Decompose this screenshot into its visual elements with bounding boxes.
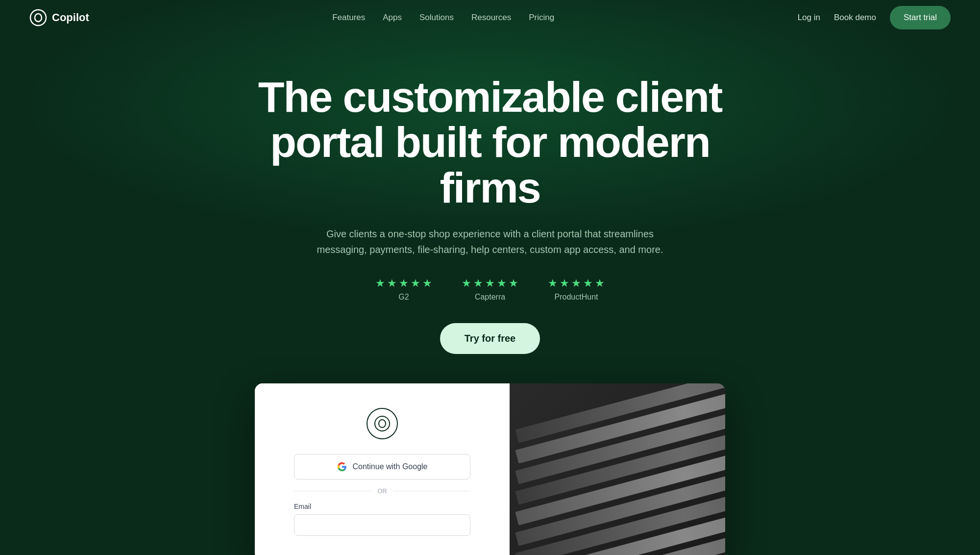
star-1: ★	[462, 277, 471, 290]
star-3: ★	[571, 277, 581, 290]
google-icon	[337, 462, 347, 472]
star-3: ★	[485, 277, 495, 290]
hero-section: The customizable client portal built for…	[147, 35, 833, 555]
nav-pricing[interactable]: Pricing	[529, 13, 554, 22]
star-4: ★	[497, 277, 507, 290]
card-logo-icon	[373, 415, 391, 432]
logo-link[interactable]: Copilot	[29, 9, 89, 26]
star-1: ★	[548, 277, 558, 290]
star-5: ★	[595, 277, 605, 290]
rating-capterra: ★ ★ ★ ★ ★ Capterra	[462, 277, 518, 302]
try-free-button[interactable]: Try for free	[440, 323, 540, 354]
star-5: ★	[422, 277, 432, 290]
nav-right: Log in Book demo Start trial	[798, 6, 951, 29]
nav-features[interactable]: Features	[332, 13, 365, 22]
signup-form: Continue with Google OR Email	[255, 383, 510, 555]
star-4: ★	[411, 277, 420, 290]
nav-apps[interactable]: Apps	[383, 13, 402, 22]
rating-g2: ★ ★ ★ ★ ★ G2	[375, 277, 432, 302]
nav-solutions[interactable]: Solutions	[419, 13, 454, 22]
signup-card: Continue with Google OR Email	[255, 383, 725, 555]
card-image	[510, 383, 725, 555]
start-trial-button[interactable]: Start trial	[890, 6, 951, 29]
pencils-visual	[510, 383, 725, 555]
ratings-row: ★ ★ ★ ★ ★ G2 ★ ★ ★ ★ ★ Capterra ★ ★ ★	[167, 277, 813, 302]
svg-point-0	[30, 10, 46, 25]
svg-point-1	[375, 416, 390, 431]
producthunt-label: ProductHunt	[555, 293, 598, 302]
rating-producthunt: ★ ★ ★ ★ ★ ProductHunt	[548, 277, 605, 302]
book-demo-link[interactable]: Book demo	[834, 13, 876, 23]
google-btn-label: Continue with Google	[353, 462, 428, 471]
capterra-label: Capterra	[475, 293, 505, 302]
star-2: ★	[387, 277, 397, 290]
star-4: ★	[583, 277, 593, 290]
google-signin-button[interactable]: Continue with Google	[294, 454, 470, 479]
hero-subtitle: Give clients a one-stop shop experience …	[304, 226, 676, 257]
star-5: ★	[509, 277, 518, 290]
nav-links: Features Apps Solutions Resources Pricin…	[332, 13, 554, 23]
or-text: OR	[377, 487, 387, 495]
star-2: ★	[560, 277, 569, 290]
hero-title: The customizable client portal built for…	[220, 75, 760, 210]
or-divider: OR	[294, 487, 470, 495]
nav-resources[interactable]: Resources	[471, 13, 511, 22]
pencils-image	[510, 383, 725, 555]
star-2: ★	[473, 277, 483, 290]
star-3: ★	[399, 277, 409, 290]
star-1: ★	[375, 277, 385, 290]
g2-stars: ★ ★ ★ ★ ★	[375, 277, 432, 290]
producthunt-stars: ★ ★ ★ ★ ★	[548, 277, 605, 290]
logo-icon	[29, 9, 47, 26]
navbar: Copilot Features Apps Solutions Resource…	[0, 0, 980, 35]
email-input[interactable]	[294, 514, 470, 536]
logo-text: Copilot	[52, 11, 89, 24]
login-link[interactable]: Log in	[798, 13, 820, 23]
card-logo	[367, 408, 398, 439]
card-logo-circle	[367, 408, 398, 439]
email-label: Email	[294, 503, 470, 510]
g2-label: G2	[398, 293, 409, 302]
capterra-stars: ★ ★ ★ ★ ★	[462, 277, 518, 290]
